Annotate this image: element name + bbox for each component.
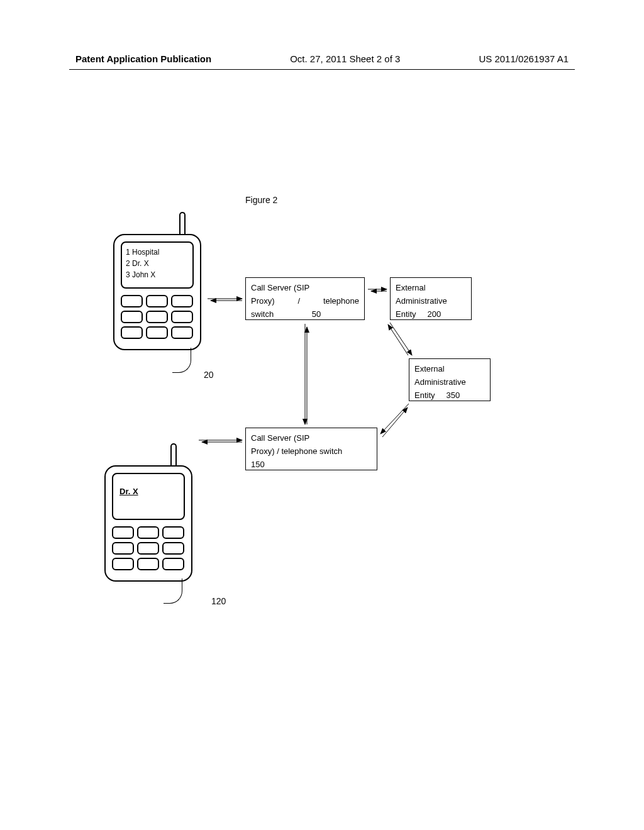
phone-device-20: 1 Hospital 2 Dr. X 3 John X — [113, 212, 201, 350]
box-line-1: Call Server (SIP — [251, 432, 372, 445]
box-line-1: External — [414, 363, 485, 376]
leader-line-icon — [172, 348, 191, 373]
box-line-2b: / — [297, 295, 300, 308]
phone-key — [171, 326, 193, 339]
screen-line-1: 1 Hospital — [126, 246, 189, 258]
reference-numeral-150: 150 — [251, 458, 265, 472]
phone-keypad-icon — [121, 295, 193, 339]
svg-line-7 — [390, 323, 412, 355]
call-server-50-box: Call Server (SIP Proxy) / telephone swit… — [245, 277, 365, 320]
phone-key — [146, 295, 168, 307]
page-header: Patent Application Publication Oct. 27, … — [69, 53, 575, 70]
phone-key — [162, 542, 184, 555]
phone-screen: 1 Hospital 2 Dr. X 3 John X — [121, 241, 194, 289]
call-server-150-box: Call Server (SIP Proxy) / telephone swit… — [245, 428, 377, 470]
svg-line-10 — [382, 407, 408, 437]
phone-body: Dr. X — [104, 465, 192, 582]
phone-key — [112, 526, 134, 539]
phone-key — [121, 311, 143, 323]
screen-line-1: Dr. X — [119, 485, 180, 498]
phone-screen: Dr. X — [112, 473, 185, 520]
svg-line-9 — [380, 404, 409, 434]
header-center: Oct. 27, 2011 Sheet 2 of 3 — [290, 53, 400, 64]
reference-numeral-120: 120 — [211, 596, 226, 606]
reference-numeral-350: 350 — [447, 389, 460, 402]
phone-antenna-icon — [170, 443, 177, 468]
box-line-1: Call Server (SIP — [251, 282, 359, 295]
phone-key — [112, 542, 134, 555]
header-left: Patent Application Publication — [75, 53, 211, 64]
phone-key — [171, 311, 193, 323]
phone-key — [137, 542, 159, 555]
box-line-3: switch — [251, 308, 274, 321]
phone-key — [146, 311, 168, 323]
svg-line-8 — [388, 324, 408, 355]
phone-key — [137, 558, 159, 570]
phone-device-120: Dr. X — [104, 443, 192, 582]
box-line-3: Entity — [396, 309, 416, 319]
box-line-2: Administrative — [414, 376, 485, 389]
phone-body: 1 Hospital 2 Dr. X 3 John X — [113, 234, 201, 350]
leader-line-icon — [164, 578, 182, 604]
reference-numeral-20: 20 — [204, 370, 214, 380]
phone-key — [137, 526, 159, 539]
box-line-2a: Proxy) — [251, 295, 275, 308]
phone-key — [121, 326, 143, 339]
phone-key — [162, 526, 184, 539]
header-right: US 2011/0261937 A1 — [479, 53, 569, 64]
external-admin-350-box: External Administrative Entity 350 — [409, 358, 491, 401]
connector-arrows-icon — [0, 0, 644, 830]
screen-line-3: 3 John X — [126, 269, 189, 280]
box-line-2c: telephone — [323, 295, 359, 308]
box-line-2: Administrative — [396, 295, 466, 308]
box-line-1: External — [396, 282, 466, 295]
phone-antenna-icon — [179, 212, 186, 237]
phone-key — [171, 295, 193, 307]
phone-key — [121, 295, 143, 307]
box-line-2: Proxy) / telephone switch — [251, 445, 372, 458]
box-line-3: Entity — [414, 390, 435, 400]
phone-key — [162, 558, 184, 570]
reference-numeral-50: 50 — [312, 308, 321, 321]
phone-key — [146, 326, 168, 339]
external-admin-200-box: External Administrative Entity 200 — [390, 277, 472, 320]
phone-key — [112, 558, 134, 570]
reference-numeral-200: 200 — [428, 308, 441, 321]
phone-keypad-icon — [112, 526, 184, 570]
screen-line-2: 2 Dr. X — [126, 258, 189, 269]
figure-title: Figure 2 — [245, 195, 277, 205]
